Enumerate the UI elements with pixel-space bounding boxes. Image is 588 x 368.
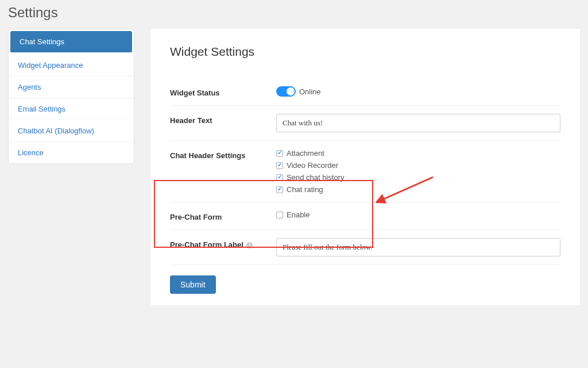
checkbox-label-attachment: Attachment [287,149,324,158]
sidebar-item-agents[interactable]: Agents [9,76,134,98]
checkbox-label-video-recorder: Video Recorder [287,161,338,170]
row-pre-chat-form: Pre-Chat Form Enable [170,202,560,230]
main-title: Widget Settings [170,45,560,59]
row-chat-header-settings: Chat Header Settings Attachment Video Re… [170,141,560,202]
row-header-text: Header Text [170,106,560,141]
label-pre-chat-form: Pre-Chat Form [170,210,276,221]
checkbox-send-chat-history[interactable] [276,174,283,181]
sidebar-item-chatbot-ai[interactable]: Chatbot AI (Dialogflow) [9,120,134,142]
sidebar: Chat Settings Widget Appearance Agents E… [8,29,134,164]
sidebar-item-licence[interactable]: Licence [9,142,134,163]
input-header-text[interactable] [276,114,560,132]
submit-button[interactable]: Submit [170,275,216,294]
checkbox-label-chat-rating: Chat rating [287,185,323,194]
row-pre-chat-form-label: Pre-Chat Form Label i [170,230,560,265]
checkbox-video-recorder[interactable] [276,162,283,169]
layout-container: Chat Settings Widget Appearance Agents E… [0,29,588,305]
checkbox-label-pre-chat-enable: Enable [287,210,310,219]
page-title: Settings [0,0,588,29]
sidebar-item-email-settings[interactable]: Email Settings [9,98,134,120]
input-pre-chat-form-label[interactable] [276,238,560,256]
main-panel: Widget Settings Widget Status Online Hea… [150,29,580,305]
checkbox-chat-rating[interactable] [276,186,283,193]
widget-status-text: Online [299,87,321,96]
checkbox-label-send-chat-history: Send chat history [287,173,344,182]
label-widget-status: Widget Status [170,86,276,97]
toggle-widget-status[interactable] [276,86,296,97]
label-header-text: Header Text [170,114,276,125]
label-chat-header-settings: Chat Header Settings [170,149,276,160]
label-pre-chat-form-label: Pre-Chat Form Label i [170,238,276,249]
row-widget-status: Widget Status Online [170,78,560,106]
sidebar-item-widget-appearance[interactable]: Widget Appearance [9,55,134,76]
sidebar-item-chat-settings[interactable]: Chat Settings [10,31,132,53]
checkbox-attachment[interactable] [276,150,283,157]
info-icon: i [246,242,253,248]
checkbox-pre-chat-enable[interactable] [276,212,283,218]
